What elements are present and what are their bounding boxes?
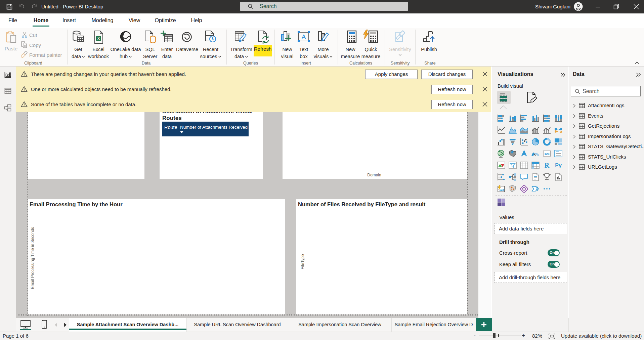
svg-text:X: X xyxy=(97,36,100,41)
svg-text:A: A xyxy=(302,33,306,40)
svg-text:123: 123 xyxy=(499,188,504,192)
svg-text:R: R xyxy=(545,162,550,169)
svg-text:Py: Py xyxy=(555,163,562,168)
svg-text:123: 123 xyxy=(544,152,549,156)
